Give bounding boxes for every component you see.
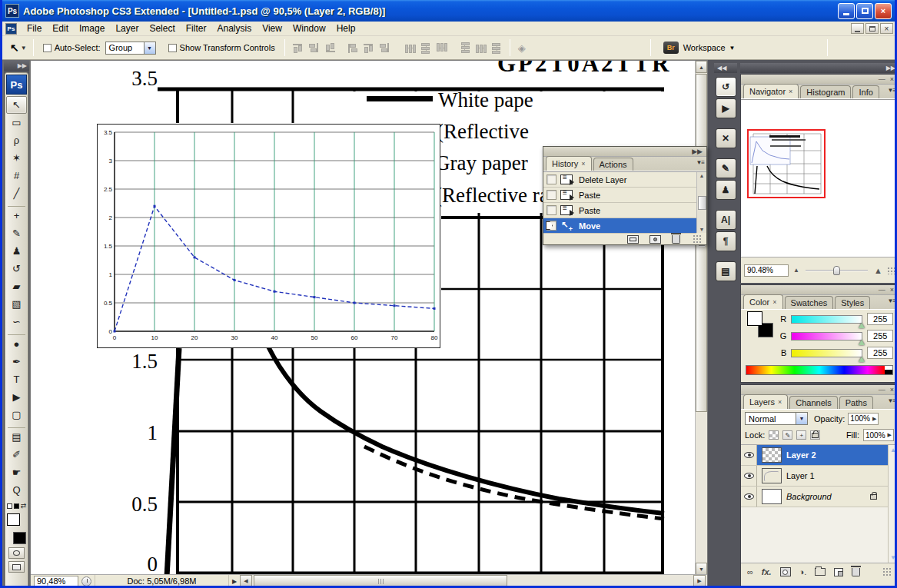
history-brush-tool[interactable]: ↺ xyxy=(6,260,27,277)
healing-brush-tool[interactable]: + xyxy=(6,207,27,224)
layer-thumbnail[interactable] xyxy=(762,447,782,463)
background-color-swatch[interactable] xyxy=(13,532,26,544)
path-selection-tool[interactable]: ▶ xyxy=(6,388,27,406)
brush-tool[interactable]: ✎ xyxy=(6,224,27,242)
paragraph-panel-button[interactable]: ¶ xyxy=(716,231,736,251)
align-top-edges-button[interactable] xyxy=(291,42,304,54)
layer-comps-button[interactable]: ▤ xyxy=(716,261,736,281)
history-item-paste-1[interactable]: Paste xyxy=(543,188,696,203)
channel-slider[interactable] xyxy=(791,315,862,324)
scroll-left-button[interactable]: ◀ xyxy=(240,575,252,586)
new-group-icon[interactable] xyxy=(815,568,826,576)
pen-tool[interactable]: ✒ xyxy=(6,353,27,370)
distribute-horizontal-centers-button[interactable] xyxy=(474,42,487,54)
channel-value-field[interactable]: 255 xyxy=(867,347,893,359)
delete-layer-icon[interactable] xyxy=(852,568,860,576)
swap-colors-icon[interactable]: ⇄ xyxy=(21,502,27,510)
horizontal-scrollbar[interactable]: ◀ ▶ xyxy=(240,575,707,587)
crop-tool[interactable]: # xyxy=(6,167,27,184)
tab-histogram[interactable]: Histogram xyxy=(800,85,851,98)
color-spectrum-ramp[interactable] xyxy=(746,365,893,375)
navigator-zoom-field[interactable]: 90.48% xyxy=(744,264,789,277)
lasso-tool[interactable]: ρ xyxy=(6,131,27,149)
slider-triangle-icon[interactable] xyxy=(859,340,865,345)
distribute-left-edges-button[interactable] xyxy=(459,42,470,55)
menu-item[interactable]: Select xyxy=(144,22,180,35)
minimize-button[interactable] xyxy=(838,3,855,19)
bridge-button[interactable]: Br xyxy=(663,42,679,54)
document-canvas[interactable]: 3.5 1.5 1 0.5 0 GP2T0A2TTR White pape (R… xyxy=(31,61,696,575)
tab-swatches[interactable]: Swatches xyxy=(785,296,834,309)
align-horizontal-centers-button[interactable] xyxy=(362,42,375,54)
zoom-tool[interactable]: Q xyxy=(6,481,27,499)
history-source-checkbox[interactable] xyxy=(547,205,556,215)
show-transform-checkbox[interactable] xyxy=(168,44,177,52)
auto-select-dropdown[interactable]: Group ▼ xyxy=(105,42,156,55)
down-arrow-icon[interactable]: ▼ xyxy=(890,554,896,561)
clone-stamp-tool[interactable]: ♟ xyxy=(6,242,27,260)
layer-thumbnail[interactable] xyxy=(762,468,782,483)
new-layer-icon[interactable] xyxy=(834,568,843,576)
foreground-background-swatches[interactable] xyxy=(6,513,27,545)
horizontal-scroll-thumb[interactable] xyxy=(254,575,507,586)
panel-minimize-icon[interactable]: — xyxy=(879,76,885,83)
new-document-from-state-icon[interactable] xyxy=(627,235,639,244)
history-scrollbar[interactable]: ▲ ▼ xyxy=(696,172,706,233)
layer-row-layer2[interactable]: Layer 2 xyxy=(741,445,888,466)
tab-styles[interactable]: Styles xyxy=(835,296,870,309)
panel-minimize-icon[interactable]: — xyxy=(879,287,885,294)
visibility-toggle[interactable] xyxy=(741,487,757,507)
link-layers-icon[interactable]: ∞ xyxy=(747,567,753,576)
resize-grip[interactable] xyxy=(693,234,702,244)
doc-minimize-button[interactable] xyxy=(851,23,864,34)
marquee-tool[interactable]: ▭ xyxy=(6,114,27,131)
actions-panel-button[interactable]: ▶ xyxy=(716,98,736,118)
tab-actions[interactable]: Actions xyxy=(593,158,633,171)
lock-transparency-icon[interactable] xyxy=(769,430,779,440)
adjustment-layer-icon[interactable]: ◑. xyxy=(799,567,807,576)
menu-item[interactable]: Help xyxy=(331,22,361,35)
opacity-field[interactable]: 100% ▶ xyxy=(848,413,879,425)
navigator-zoom-slider[interactable] xyxy=(804,265,869,276)
zoom-out-icon[interactable]: ▲ xyxy=(793,267,799,274)
channel-value-field[interactable]: 255 xyxy=(867,330,893,342)
slider-triangle-icon[interactable] xyxy=(859,357,865,362)
doc-restore-button[interactable] xyxy=(865,23,879,34)
tab-info[interactable]: Info xyxy=(852,85,879,98)
distribute-vertical-centers-button[interactable] xyxy=(420,42,432,55)
maximize-button[interactable] xyxy=(856,3,873,19)
foreground-color-swatch[interactable] xyxy=(7,513,20,526)
menu-item[interactable]: View xyxy=(257,22,287,35)
lock-all-icon[interactable] xyxy=(810,430,820,440)
lock-pixels-icon[interactable]: ✎ xyxy=(782,430,792,440)
screen-mode-button[interactable] xyxy=(8,561,25,573)
menu-item[interactable]: File xyxy=(22,22,47,35)
history-scroll-thumb[interactable] xyxy=(698,196,706,210)
shape-tool[interactable]: ▢ xyxy=(6,406,27,424)
layer-thumbnail[interactable] xyxy=(762,489,782,504)
panel-menu-icon[interactable]: ▼≡ xyxy=(887,397,895,404)
slice-tool[interactable]: ╱ xyxy=(6,184,27,202)
hand-tool[interactable]: ☛ xyxy=(6,463,27,481)
layer-list-scrollbar[interactable]: ▲ ▼ xyxy=(888,445,897,563)
scroll-up-button[interactable]: ▲ xyxy=(696,61,707,73)
panel-close-icon[interactable]: × xyxy=(890,287,894,294)
align-right-edges-button[interactable] xyxy=(379,42,390,55)
eyedropper-tool[interactable]: ✐ xyxy=(6,446,27,463)
status-menu-arrow[interactable]: ▶ xyxy=(229,576,240,587)
distribute-right-edges-button[interactable] xyxy=(491,42,503,55)
panel-minimize-icon[interactable]: — xyxy=(879,387,885,394)
menu-item[interactable]: Filter xyxy=(181,22,212,35)
up-arrow-icon[interactable]: ▲ xyxy=(699,173,705,178)
layer-row-layer1[interactable]: Layer 1 xyxy=(741,466,888,487)
clone-source-button[interactable]: ♟ xyxy=(716,180,736,200)
new-snapshot-icon[interactable] xyxy=(649,235,661,244)
navigator-thumbnail[interactable] xyxy=(747,129,826,199)
workspace-dropdown[interactable]: Workspace ▼ xyxy=(683,43,736,52)
menu-item[interactable]: Window xyxy=(287,22,331,35)
blend-mode-dropdown[interactable]: Normal ▼ xyxy=(745,412,808,425)
delete-state-icon[interactable] xyxy=(672,235,680,244)
scroll-right-button[interactable]: ▶ xyxy=(693,575,706,586)
pasted-chart-layer[interactable]: 00.511.522.533.501020304050607080 xyxy=(97,124,440,348)
quick-mask-button[interactable] xyxy=(8,547,25,559)
